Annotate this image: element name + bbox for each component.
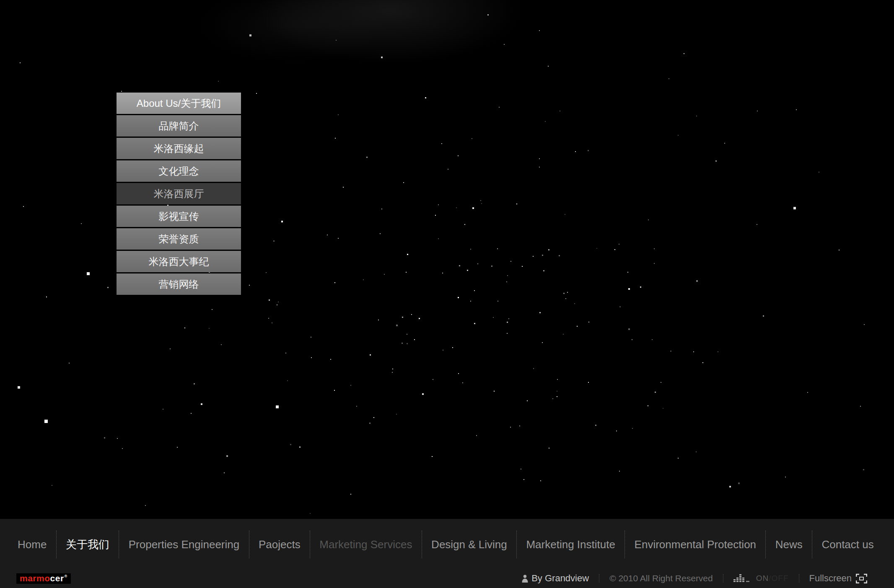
star	[678, 135, 679, 136]
star	[487, 14, 489, 15]
submenu-items: 品牌简介米洛西缘起文化理念米洛西展厅影视宣传荣誉资质米洛西大事纪营销网络	[117, 115, 241, 295]
nav-item[interactable]: Marketing Institute	[526, 538, 615, 551]
star	[616, 431, 617, 431]
star	[438, 238, 439, 239]
star	[370, 354, 371, 356]
main-nav: Home关于我们Properties EngineeringPaojectsMa…	[0, 531, 894, 558]
star	[338, 114, 339, 115]
fullscreen-label: Fullscreen	[809, 573, 852, 584]
star	[381, 209, 382, 209]
star	[796, 109, 797, 110]
star	[378, 320, 379, 320]
submenu-header[interactable]: About Us/关于我们	[117, 93, 241, 114]
star	[533, 368, 534, 369]
nav-item[interactable]: 关于我们	[66, 537, 109, 552]
star	[356, 406, 357, 407]
star	[521, 469, 521, 469]
submenu-item[interactable]: 米洛西大事纪	[117, 251, 241, 272]
star	[715, 160, 717, 162]
star	[545, 121, 546, 122]
star	[507, 322, 508, 323]
nav-item[interactable]: Paojects	[259, 538, 301, 551]
star	[330, 359, 331, 360]
nav-item[interactable]: Contact us	[821, 538, 873, 551]
nav-separator	[516, 531, 517, 558]
star	[548, 249, 549, 250]
nav-item[interactable]: Design & Living	[431, 538, 507, 551]
star	[539, 167, 540, 168]
submenu-item[interactable]: 影视宣传	[117, 206, 241, 227]
star	[69, 363, 70, 364]
fullscreen-button[interactable]: Fullscreen	[809, 573, 867, 584]
star	[669, 78, 669, 79]
star	[276, 405, 279, 408]
star	[373, 417, 374, 418]
star	[632, 428, 633, 429]
star	[335, 138, 336, 139]
star	[194, 383, 195, 384]
submenu-item[interactable]: 荣誉资质	[117, 228, 241, 250]
nav-item[interactable]: Marketing Services	[319, 538, 412, 551]
star	[334, 282, 335, 283]
star	[632, 339, 632, 340]
star	[491, 266, 492, 267]
star	[221, 344, 222, 345]
star	[117, 438, 118, 439]
star	[363, 279, 364, 280]
nav-item[interactable]: Home	[18, 538, 47, 551]
star	[23, 206, 24, 207]
star	[508, 318, 509, 319]
star	[522, 266, 523, 267]
logo-text-red: marmo	[20, 573, 50, 583]
nav-separator	[422, 531, 422, 558]
star	[458, 155, 459, 156]
registered-mark: ®	[65, 575, 67, 578]
star	[350, 385, 351, 386]
star	[285, 353, 286, 353]
star	[527, 400, 528, 401]
submenu-item[interactable]: 营销网络	[117, 273, 241, 295]
submenu-item[interactable]: 米洛西缘起	[117, 138, 241, 159]
star	[384, 274, 385, 275]
star	[540, 480, 541, 481]
star	[839, 250, 840, 250]
submenu-item[interactable]: 文化理念	[117, 160, 241, 182]
star	[396, 414, 397, 415]
star	[201, 403, 202, 405]
star	[557, 379, 558, 380]
submenu-item[interactable]: 品牌简介	[117, 115, 241, 137]
star	[459, 265, 460, 266]
star	[191, 413, 192, 414]
star	[281, 221, 283, 222]
star	[107, 287, 109, 288]
star	[407, 254, 408, 255]
logo[interactable]: marmocer®	[16, 573, 71, 584]
sound-toggle[interactable]: ON /OFF	[733, 574, 789, 583]
star	[628, 288, 630, 290]
star	[563, 334, 564, 335]
star	[494, 391, 495, 392]
star	[619, 306, 621, 307]
star	[441, 143, 442, 144]
star	[661, 382, 661, 383]
star	[273, 240, 275, 242]
footer: marmocer® By Grandview © 2010 All Right …	[0, 569, 894, 588]
star	[819, 172, 819, 173]
star	[793, 207, 796, 209]
star	[474, 323, 475, 324]
nav-item[interactable]: Environmental Protection	[635, 538, 756, 551]
nav-item[interactable]: News	[775, 538, 803, 551]
star	[724, 143, 725, 144]
star	[266, 272, 267, 273]
star	[577, 326, 578, 327]
nav-item[interactable]: Properties Engineering	[129, 538, 240, 551]
star	[226, 455, 228, 457]
credit-link[interactable]: By Grandview	[522, 573, 589, 584]
equalizer-icon	[733, 574, 751, 583]
sound-on-label: ON	[756, 574, 769, 583]
about-submenu: About Us/关于我们 品牌简介米洛西缘起文化理念米洛西展厅影视宣传荣誉资质…	[117, 93, 241, 296]
star	[863, 469, 864, 470]
page: About Us/关于我们 品牌简介米洛西缘起文化理念米洛西展厅影视宣传荣誉资质…	[0, 0, 894, 588]
submenu-item[interactable]: 米洛西展厅	[117, 183, 241, 204]
star	[640, 286, 641, 288]
